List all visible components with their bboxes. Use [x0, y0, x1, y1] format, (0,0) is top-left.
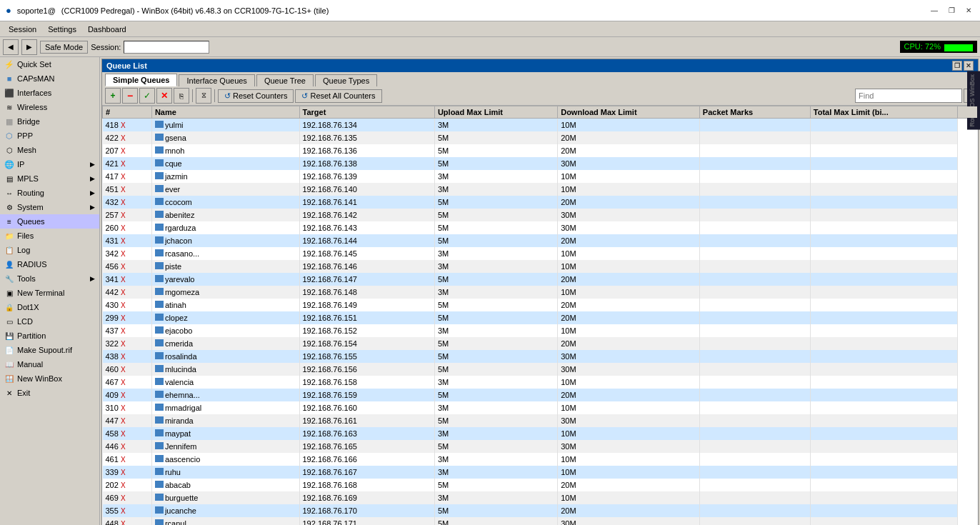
minimize-button[interactable]: — — [929, 5, 940, 16]
table-row[interactable]: 451 X ever 192.168.76.140 3M 10M — [103, 183, 978, 196]
reset-counters-button[interactable]: ↺ Reset Counters — [218, 89, 294, 103]
sidebar-item-dot1x[interactable]: 🔒 Dot1X — [0, 300, 99, 314]
table-row[interactable]: 310 X mmadrigal 192.168.76.160 3M 10M — [103, 401, 978, 414]
remove-button[interactable]: − — [122, 88, 138, 104]
cell-packet-marks — [699, 479, 810, 491]
copy-button[interactable]: ⎘ — [174, 88, 189, 104]
sidebar-item-partition[interactable]: 💾 Partition — [0, 329, 99, 343]
table-row[interactable]: 431 X jchacon 192.168.76.144 5M 20M — [103, 234, 978, 247]
sidebar-item-manual[interactable]: 📖 Manual — [0, 357, 99, 371]
sidebar-item-capsman[interactable]: ■ CAPsMAN — [0, 71, 99, 86]
table-row[interactable]: 430 X atinah 192.168.76.149 5M 20M — [103, 299, 978, 311]
reset-all-counters-button[interactable]: ↺ Reset All Counters — [295, 89, 381, 103]
back-button[interactable]: ◀ — [3, 39, 19, 55]
table-row[interactable]: 456 X piste 192.168.76.146 3M 10M — [103, 260, 978, 273]
safe-mode-button[interactable]: Safe Mode — [40, 41, 88, 54]
sidebar-item-radius[interactable]: 👤 RADIUS — [0, 257, 99, 271]
filter-button[interactable]: ⧖ — [196, 88, 211, 104]
sidebar-item-mesh[interactable]: ⬡ Mesh — [0, 143, 99, 157]
row-icon — [155, 468, 164, 475]
sidebar-item-wireless[interactable]: ≋ Wireless — [0, 100, 99, 114]
cell-name: rcanul — [151, 517, 299, 526]
col-total[interactable]: Total Max Limit (bi... — [810, 106, 958, 119]
find-input[interactable] — [855, 89, 962, 103]
cell-target: 192.168.76.159 — [299, 389, 434, 401]
cell-x: X — [121, 353, 126, 361]
sidebar-item-files[interactable]: 📁 Files — [0, 229, 99, 243]
table-row[interactable]: 446 X Jennifem 192.168.76.165 5M 30M — [103, 440, 978, 453]
table-row[interactable]: 342 X rcasano... 192.168.76.145 3M 10M — [103, 247, 978, 260]
table-row[interactable]: 202 X abacab 192.168.76.168 5M 20M — [103, 479, 978, 491]
table-row[interactable]: 461 X aascencio 192.168.76.166 3M 10M — [103, 453, 978, 466]
menu-settings[interactable]: Settings — [42, 24, 82, 35]
sidebar-item-mpls[interactable]: ▤ MPLS — [0, 171, 99, 186]
sidebar-item-log[interactable]: 📋 Log — [0, 243, 99, 257]
table-row[interactable]: 469 X burguette 192.168.76.169 3M 10M — [103, 491, 978, 504]
sidebar-item-make-supout[interactable]: 📄 Make Supout.rif — [0, 343, 99, 357]
maximize-button[interactable]: ❐ — [946, 5, 957, 16]
table-row[interactable]: 418 X yulmi 192.168.76.134 3M 10M — [103, 119, 978, 131]
col-hash[interactable]: # — [103, 106, 152, 119]
table-row[interactable]: 257 X abenitez 192.168.76.142 5M 30M — [103, 209, 978, 221]
sidebar-item-bridge[interactable]: ▦ Bridge — [0, 114, 99, 129]
panel-restore-button[interactable]: ❐ — [952, 61, 962, 71]
close-button[interactable]: ✕ — [963, 5, 974, 16]
disable-button[interactable]: ✕ — [156, 88, 172, 104]
table-row[interactable]: 437 X ejacobo 192.168.76.152 3M 10M — [103, 324, 978, 337]
col-packet-marks[interactable]: Packet Marks — [699, 106, 810, 119]
col-target[interactable]: Target — [299, 106, 434, 119]
panel-close-button[interactable]: ✕ — [964, 61, 974, 71]
table-row[interactable]: 355 X jucanche 192.168.76.170 5M 20M — [103, 504, 978, 517]
sidebar-item-routing[interactable]: ↔ Routing — [0, 186, 99, 200]
table-row[interactable]: 260 X rgarduza 192.168.76.143 5M 30M — [103, 221, 978, 234]
session-input[interactable] — [124, 41, 209, 54]
table-row[interactable]: 409 X ehemna... 192.168.76.159 5M 20M — [103, 389, 978, 401]
enable-button[interactable]: ✓ — [139, 88, 155, 104]
table-row[interactable]: 341 X yarevalo 192.168.76.147 5M 20M — [103, 273, 978, 286]
sidebar-item-tools[interactable]: 🔧 Tools — [0, 271, 99, 286]
table-row[interactable]: 422 X gsena 192.168.76.135 5M 20M — [103, 131, 978, 144]
col-name[interactable]: Name — [151, 106, 299, 119]
tab-queue-tree[interactable]: Queue Tree — [256, 74, 314, 86]
table-row[interactable]: 467 X valencia 192.168.76.158 3M 10M — [103, 376, 978, 389]
menu-session[interactable]: Session — [3, 24, 42, 35]
sidebar-item-new-terminal[interactable]: ▣ New Terminal — [0, 286, 99, 300]
forward-button[interactable]: ▶ — [21, 39, 37, 55]
sidebar-item-lcd[interactable]: ▭ LCD — [0, 314, 99, 329]
sidebar-item-ppp[interactable]: ⬡ PPP — [0, 129, 99, 143]
sidebar-item-queues[interactable]: ≡ Queues — [0, 214, 99, 229]
tab-queue-types[interactable]: Queue Types — [315, 74, 377, 86]
table-row[interactable]: 432 X ccocom 192.168.76.141 5M 20M — [103, 196, 978, 209]
table-row[interactable]: 447 X miranda 192.168.76.161 5M 30M — [103, 414, 978, 427]
cell-packet-marks — [699, 209, 810, 221]
action-bar: + − ✓ ✕ ⎘ ⧖ ↺ Reset Counters ↺ Reset All… — [102, 86, 978, 106]
col-upload[interactable]: Upload Max Limit — [434, 106, 557, 119]
sidebar-item-exit[interactable]: ✕ Exit — [0, 386, 99, 400]
table-row[interactable]: 421 X cque 192.168.76.138 5M 30M — [103, 157, 978, 170]
cell-upload: 3M — [434, 247, 557, 260]
add-button[interactable]: + — [105, 88, 121, 104]
sidebar-item-system[interactable]: ⚙ System — [0, 200, 99, 214]
table-row[interactable]: 417 X jazmin 192.168.76.139 3M 10M — [103, 170, 978, 183]
row-icon — [155, 275, 164, 282]
cell-total — [810, 144, 958, 157]
sidebar-item-interfaces[interactable]: ⬛ Interfaces — [0, 86, 99, 100]
table-row[interactable]: 299 X clopez 192.168.76.151 5M 20M — [103, 311, 978, 324]
menu-dashboard[interactable]: Dashboard — [82, 24, 132, 35]
row-icon — [155, 404, 164, 411]
sidebar-item-ip[interactable]: 🌐 IP — [0, 157, 99, 171]
sidebar-item-quick-set[interactable]: ⚡ Quick Set — [0, 57, 99, 71]
table-row[interactable]: 460 X mlucinda 192.168.76.156 5M 30M — [103, 363, 978, 376]
table-row[interactable]: 438 X rosalinda 192.168.76.155 5M 30M — [103, 350, 978, 363]
col-download[interactable]: Download Max Limit — [558, 106, 700, 119]
table-row[interactable]: 339 X ruhu 192.168.76.167 3M 10M — [103, 466, 978, 479]
tab-interface-queues[interactable]: Interface Queues — [179, 74, 254, 86]
table-row[interactable]: 448 X rcanul 192.168.76.171 5M 30M — [103, 517, 978, 526]
sidebar-item-new-winbox[interactable]: 🪟 New WinBox — [0, 371, 99, 386]
table-row[interactable]: 322 X cmerida 192.168.76.154 5M 20M — [103, 337, 978, 350]
table-row[interactable]: 458 X maypat 192.168.76.163 3M 10M — [103, 427, 978, 440]
tab-simple-queues[interactable]: Simple Queues — [105, 74, 177, 86]
table-row[interactable]: 207 X mnoh 192.168.76.136 5M 20M — [103, 144, 978, 157]
queues-icon: ≡ — [4, 216, 14, 226]
table-row[interactable]: 442 X mgomeza 192.168.76.148 3M 10M — [103, 286, 978, 299]
